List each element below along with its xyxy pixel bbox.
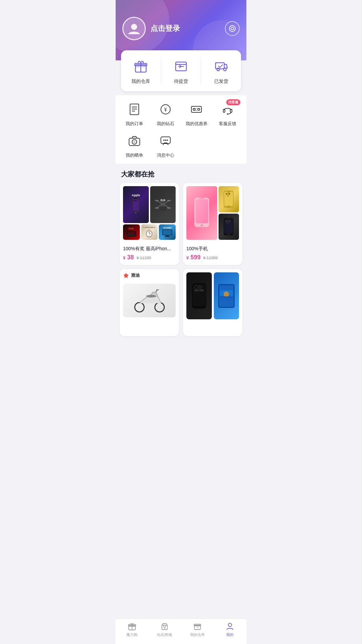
svg-point-45 bbox=[155, 200, 159, 201]
menu-item-coupons[interactable]: 我的优惠券 bbox=[181, 101, 212, 127]
svg-point-1 bbox=[231, 27, 234, 30]
product1-title: 100%有奖 最高iPhon... bbox=[123, 246, 176, 252]
quick-action-pending[interactable]: 待提货 bbox=[161, 57, 201, 85]
product1-price: ¥ 38 bbox=[123, 254, 134, 261]
svg-rect-67 bbox=[195, 199, 208, 223]
menu-item-showcase[interactable]: 我的晒单 bbox=[119, 132, 150, 158]
svg-point-72 bbox=[226, 193, 228, 195]
svg-point-85 bbox=[146, 295, 156, 298]
svg-rect-7 bbox=[142, 65, 145, 68]
product-card-2[interactable]: 100%手机 ¥ 599 ¥ 11999 bbox=[183, 183, 242, 265]
camera-icon bbox=[126, 132, 143, 150]
orders-label: 我的订单 bbox=[126, 121, 143, 127]
coupons-label: 我的优惠券 bbox=[186, 121, 207, 127]
quick-action-shipped[interactable]: 已发货 bbox=[201, 57, 241, 85]
showcase-label: 我的晒单 bbox=[126, 152, 143, 158]
svg-point-70 bbox=[228, 191, 230, 193]
quick-actions-card: 我的仓库 待提货 bbox=[121, 50, 241, 91]
orders-icon bbox=[126, 101, 143, 118]
svg-rect-57 bbox=[148, 229, 150, 231]
product2-title: 100%手机 bbox=[186, 246, 239, 252]
gift-icon bbox=[132, 57, 150, 75]
svg-line-86 bbox=[156, 290, 158, 292]
svg-point-28 bbox=[133, 141, 135, 143]
svg-rect-9 bbox=[216, 63, 224, 69]
svg-point-93 bbox=[198, 285, 202, 289]
svg-point-84 bbox=[155, 303, 164, 312]
messages-label: 消息中心 bbox=[157, 152, 174, 158]
svg-rect-52 bbox=[126, 234, 137, 236]
svg-point-71 bbox=[228, 206, 230, 208]
svg-point-66 bbox=[200, 224, 203, 227]
avatar[interactable] bbox=[122, 17, 146, 40]
feedback-label: 客服反馈 bbox=[219, 121, 236, 127]
svg-rect-65 bbox=[199, 198, 204, 199]
svg-point-32 bbox=[167, 140, 168, 141]
svg-point-48 bbox=[167, 207, 171, 209]
svg-point-30 bbox=[163, 140, 165, 141]
svg-point-38 bbox=[135, 200, 137, 201]
svg-rect-62 bbox=[164, 236, 170, 237]
svg-point-77 bbox=[228, 218, 230, 220]
product1-original-price: ¥ 11199 bbox=[136, 256, 151, 260]
warehouse-label: 我的仓库 bbox=[131, 78, 150, 85]
svg-point-78 bbox=[228, 233, 230, 235]
feedback-badge: 找客服 bbox=[226, 99, 240, 105]
svg-rect-58 bbox=[148, 235, 150, 237]
svg-point-73 bbox=[228, 193, 230, 195]
pending-label: 待提货 bbox=[174, 78, 188, 85]
box-arrow-icon bbox=[172, 57, 190, 75]
menu-item-diamonds[interactable]: ¥ 我的钻石 bbox=[150, 101, 181, 127]
svg-marker-82 bbox=[123, 273, 129, 278]
menu-section: 我的订单 ¥ 我的钻石 bbox=[116, 95, 246, 164]
product2-original-price: ¥ 11999 bbox=[203, 256, 218, 260]
svg-point-92 bbox=[195, 286, 197, 288]
svg-point-25 bbox=[227, 113, 228, 115]
svg-rect-61 bbox=[166, 235, 169, 236]
quick-action-warehouse[interactable]: 我的仓库 bbox=[121, 57, 161, 85]
login-text[interactable]: 点击登录 bbox=[150, 23, 180, 34]
svg-point-2 bbox=[229, 25, 235, 32]
settings-icon[interactable] bbox=[225, 21, 240, 36]
product-card-3[interactable]: 雅迪 bbox=[120, 269, 179, 336]
message-icon bbox=[157, 132, 174, 150]
svg-rect-60 bbox=[163, 230, 172, 235]
svg-text:DO-OB: DO-OB bbox=[194, 289, 203, 292]
svg-text:DJI: DJI bbox=[161, 199, 165, 202]
svg-point-80 bbox=[228, 220, 230, 222]
menu-item-orders[interactable]: 我的订单 bbox=[119, 101, 150, 127]
svg-rect-49 bbox=[160, 207, 166, 211]
product-card-1[interactable]: Apple bbox=[120, 183, 179, 265]
svg-point-74 bbox=[227, 195, 229, 197]
product-card-4[interactable]: DO-OB bbox=[183, 269, 242, 336]
svg-rect-40 bbox=[161, 203, 165, 206]
hot-section-title: 大家都在抢 bbox=[116, 164, 246, 183]
svg-point-46 bbox=[167, 200, 171, 201]
svg-point-19 bbox=[193, 108, 195, 110]
svg-point-79 bbox=[226, 220, 228, 222]
svg-point-97 bbox=[224, 291, 229, 297]
svg-point-36 bbox=[135, 212, 136, 213]
menu-item-messages[interactable]: 消息中心 bbox=[150, 132, 181, 158]
products-grid: Apple bbox=[116, 183, 246, 340]
svg-point-0 bbox=[131, 24, 137, 30]
svg-point-81 bbox=[227, 223, 229, 224]
menu-item-feedback[interactable]: 找客服 客服反馈 bbox=[212, 101, 243, 127]
svg-rect-6 bbox=[136, 65, 140, 68]
coupon-icon bbox=[188, 101, 205, 118]
shipped-label: 已发货 bbox=[214, 78, 228, 85]
svg-rect-98 bbox=[220, 296, 233, 299]
svg-text:¥: ¥ bbox=[164, 107, 167, 112]
svg-point-37 bbox=[133, 200, 135, 201]
svg-point-20 bbox=[198, 108, 200, 110]
svg-point-83 bbox=[135, 303, 144, 312]
svg-rect-35 bbox=[134, 198, 137, 199]
svg-point-47 bbox=[155, 207, 159, 209]
shipped-icon bbox=[212, 57, 230, 75]
diamond-icon: ¥ bbox=[157, 101, 174, 118]
svg-point-31 bbox=[165, 140, 166, 141]
svg-point-10 bbox=[217, 68, 220, 71]
product2-price: ¥ 599 bbox=[186, 254, 200, 261]
diamonds-label: 我的钻石 bbox=[157, 121, 174, 127]
svg-point-11 bbox=[224, 68, 226, 71]
